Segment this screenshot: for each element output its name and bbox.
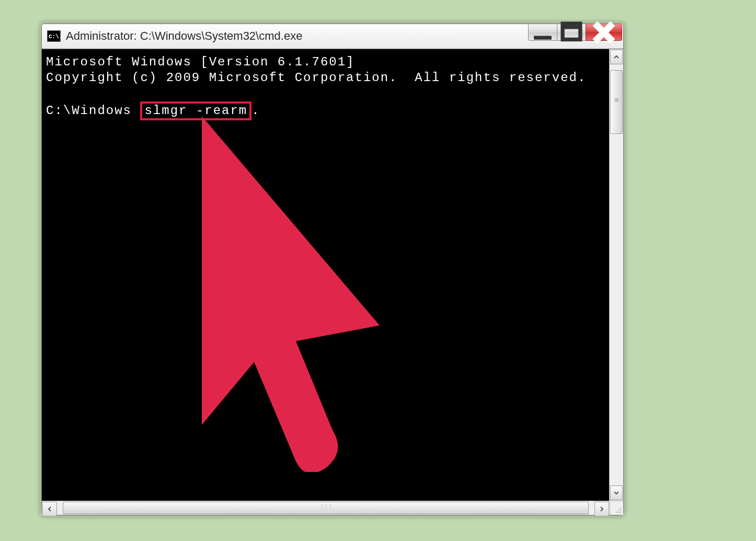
titlebar[interactable]: C:\. Administrator: C:\Windows\System32\… <box>42 24 623 49</box>
horizontal-scroll-track[interactable] <box>58 501 594 515</box>
chevron-down-icon <box>613 490 620 496</box>
chevron-right-icon <box>599 506 605 512</box>
close-icon <box>586 15 622 50</box>
chevron-left-icon <box>47 506 53 512</box>
vertical-scrollbar[interactable] <box>609 49 623 501</box>
maximize-button[interactable] <box>557 24 586 41</box>
cmd-window: C:\. Administrator: C:\Windows\System32\… <box>41 24 624 515</box>
svg-point-10 <box>620 512 621 513</box>
window-title: Administrator: C:\Windows\System32\cmd.e… <box>66 29 302 43</box>
console-output[interactable]: Microsoft Windows [Version 6.1.7601] Cop… <box>42 49 609 501</box>
minimize-icon <box>529 18 557 47</box>
close-button[interactable] <box>586 24 622 41</box>
svg-point-6 <box>618 510 619 511</box>
console-line: Microsoft Windows [Version 6.1.7601] <box>46 55 354 69</box>
resize-grip-icon <box>614 505 622 514</box>
cmd-app-icon: C:\. <box>47 30 61 42</box>
console-area: Microsoft Windows [Version 6.1.7601] Cop… <box>42 49 623 501</box>
svg-point-5 <box>620 508 621 509</box>
highlighted-command: slmgr -rearm <box>140 102 251 120</box>
window-controls <box>529 24 622 41</box>
scroll-down-button[interactable] <box>610 486 623 500</box>
scroll-left-button[interactable] <box>42 502 57 516</box>
svg-point-8 <box>616 512 617 513</box>
svg-point-7 <box>620 510 621 511</box>
chevron-up-icon <box>613 54 620 60</box>
console-line: Copyright (c) 2009 Microsoft Corporation… <box>46 71 586 85</box>
svg-point-9 <box>618 512 619 513</box>
cursor-arrow-annotation-icon <box>139 116 390 472</box>
console-prompt: C:\Windows <box>46 104 140 118</box>
vertical-scroll-thumb[interactable] <box>610 70 623 134</box>
vertical-scroll-track[interactable] <box>610 65 623 485</box>
horizontal-scrollbar[interactable] <box>42 501 623 515</box>
resize-grip[interactable] <box>610 501 623 515</box>
minimize-button[interactable] <box>528 24 557 41</box>
scroll-up-button[interactable] <box>610 50 623 64</box>
scroll-right-button[interactable] <box>594 502 609 516</box>
horizontal-scroll-thumb[interactable] <box>63 502 589 514</box>
maximize-icon <box>557 18 586 47</box>
console-line: . <box>251 104 260 118</box>
